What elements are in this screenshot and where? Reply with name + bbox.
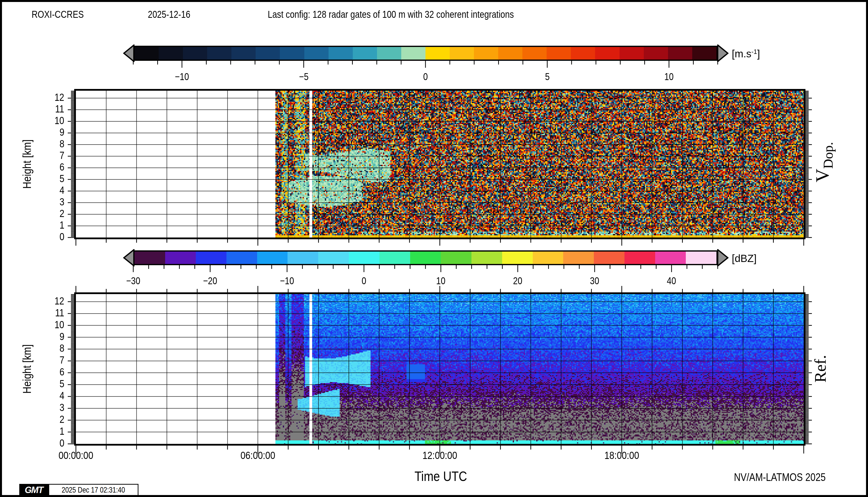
colorbar-cell xyxy=(625,252,655,264)
colorbar-tick-label: −30 xyxy=(125,275,142,286)
colorbar-cell xyxy=(196,252,226,264)
radar-quicklook-figure: ROXI-CCRES 2025-12-16 Last config: 128 r… xyxy=(0,0,868,497)
colorbar-tick-label: 10 xyxy=(663,71,675,82)
colorbar-cell xyxy=(595,47,619,59)
colorbar-cell xyxy=(165,252,196,264)
y-axis-tick-label: 12 xyxy=(2,91,64,103)
credit-label: NV/AM-LATMOS 2025 xyxy=(716,471,826,483)
colorbar-tick-label: −10 xyxy=(279,275,295,286)
y-axis-tick-label: 10 xyxy=(2,115,64,127)
colorbar-tick-label: −20 xyxy=(202,275,219,286)
colorbar-tick-label: 40 xyxy=(666,275,677,286)
x-axis-tick-label: 00:00:00 xyxy=(55,449,96,462)
colorbar-cell xyxy=(207,47,232,59)
station-name: ROXI-CCRES xyxy=(32,9,94,20)
velocity-colorbar-left-arrow xyxy=(123,44,135,62)
colorbar-cell xyxy=(692,47,716,59)
velocity-y-axis-title: Height [km] xyxy=(20,135,33,194)
colorbar-cell xyxy=(257,252,288,264)
colorbar-cell xyxy=(594,252,625,264)
colorbar-cell xyxy=(288,252,318,264)
colorbar-cell xyxy=(379,252,410,264)
doppler-velocity-panel xyxy=(74,89,806,239)
colorbar-tick-label: 20 xyxy=(512,275,523,286)
velocity-side-label: VDop. xyxy=(812,142,836,182)
colorbar-cell xyxy=(349,252,379,264)
y-axis-tick-label: 1 xyxy=(2,219,64,231)
colorbar-cell xyxy=(328,47,353,59)
colorbar-cell xyxy=(522,47,547,59)
colorbar-cell xyxy=(502,252,533,264)
colorbar-tick-label: −5 xyxy=(298,71,309,82)
x-axis-tick-label: 12:00:00 xyxy=(419,449,460,462)
reflectivity-heatmap xyxy=(76,294,804,444)
reflectivity-y-axis-title: Height [km] xyxy=(20,340,33,398)
colorbar-cell xyxy=(644,47,668,59)
date-label: 2025-12-16 xyxy=(148,9,198,20)
y-axis-tick-label: 10 xyxy=(2,319,64,331)
colorbar-tick-label: 0 xyxy=(423,71,428,82)
colorbar-cell xyxy=(563,252,594,264)
colorbar-cell xyxy=(232,47,256,59)
colorbar-cell xyxy=(686,252,716,264)
y-axis-tick-label: 11 xyxy=(2,103,64,115)
colorbar-cell xyxy=(498,47,522,59)
colorbar-cell xyxy=(304,47,328,59)
colorbar-cell xyxy=(318,252,349,264)
colorbar-tick-label: 0 xyxy=(361,275,367,286)
x-axis-tick-label: 06:00:00 xyxy=(237,449,278,462)
colorbar-cell xyxy=(571,47,595,59)
y-axis-tick-label: 2 xyxy=(2,208,64,219)
dbz-unit-label: [dBZ] xyxy=(732,253,756,265)
colorbar-cell xyxy=(474,47,498,59)
y-axis-tick-label: 2 xyxy=(2,413,64,425)
render-timestamp: 2025 Dec 17 02:31:40 xyxy=(48,484,138,496)
y-axis-tick-label: 0 xyxy=(2,231,64,243)
reflectivity-side-label: Ref. xyxy=(811,355,830,383)
x-axis-title: Time UTC xyxy=(409,468,472,484)
y-axis-tick-label: 0 xyxy=(2,437,64,449)
colorbar-cell xyxy=(401,47,425,59)
colorbar-cell xyxy=(353,47,377,59)
y-axis-tick-label: 12 xyxy=(2,295,64,307)
velocity-colorbar xyxy=(133,46,718,61)
y-axis-tick-label: 3 xyxy=(2,402,64,413)
dbz-colorbar-right-arrow xyxy=(717,249,729,266)
colorbar-cell xyxy=(655,252,686,264)
doppler-velocity-heatmap xyxy=(76,91,804,238)
colorbar-cell xyxy=(280,47,304,59)
colorbar-tick-label: 30 xyxy=(589,275,600,286)
y-axis-tick-label: 1 xyxy=(2,425,64,437)
y-axis-tick-label: 3 xyxy=(2,196,64,208)
colorbar-cell xyxy=(547,47,571,59)
colorbar-tick-label: 10 xyxy=(435,275,447,286)
y-axis-tick-label: 11 xyxy=(2,307,64,319)
colorbar-cell xyxy=(226,252,257,264)
velocity-colorbar-right-arrow xyxy=(717,44,729,62)
colorbar-cell xyxy=(410,252,441,264)
colorbar-cell xyxy=(135,47,159,59)
gmt-logo: GMT xyxy=(19,484,48,496)
colorbar-cell xyxy=(450,47,474,59)
colorbar-cell xyxy=(441,252,472,264)
velocity-unit-label: [m.s-1] xyxy=(732,48,760,60)
colorbar-cell xyxy=(159,47,183,59)
x-axis-tick-label: 18:00:00 xyxy=(601,449,642,462)
colorbar-cell xyxy=(533,252,563,264)
dbz-colorbar-left-arrow xyxy=(123,249,135,266)
colorbar-tick-label: −10 xyxy=(173,71,190,82)
colorbar-cell xyxy=(668,47,692,59)
reflectivity-panel xyxy=(74,293,806,445)
colorbar-cell xyxy=(183,47,207,59)
colorbar-cell xyxy=(472,252,502,264)
colorbar-cell xyxy=(425,47,450,59)
config-label: Last config: 128 radar gates of 100 m wi… xyxy=(268,9,561,20)
dbz-colorbar xyxy=(133,250,718,265)
colorbar-cell xyxy=(135,252,165,264)
colorbar-tick-label: 5 xyxy=(544,71,550,82)
colorbar-cell xyxy=(256,47,280,59)
colorbar-cell xyxy=(619,47,644,59)
colorbar-cell xyxy=(377,47,401,59)
